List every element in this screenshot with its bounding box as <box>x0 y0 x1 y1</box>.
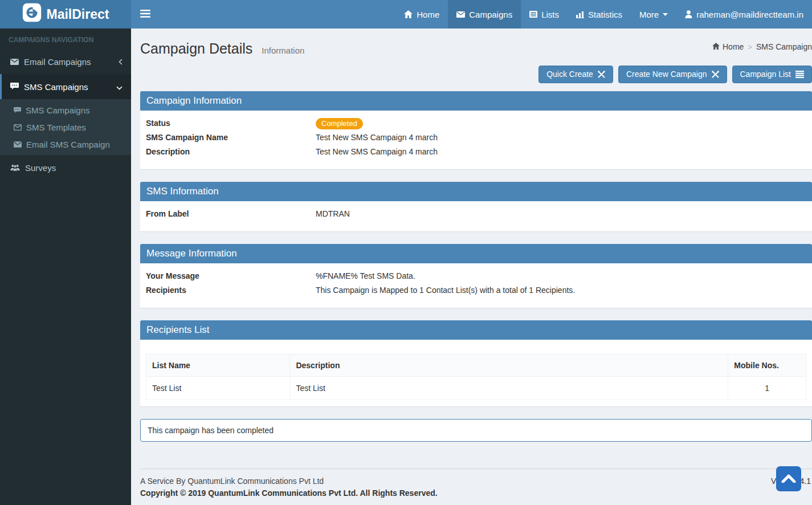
sidebar-section-header: CAMPAIGNS NAVIGATION <box>0 28 131 49</box>
nav-more[interactable]: More <box>631 0 676 28</box>
list-icon <box>529 11 537 18</box>
sidebar: CAMPAIGNS NAVIGATION Email Campaigns <box>0 28 131 505</box>
campaign-information-panel: Campaign Information Status Completed SM… <box>140 91 812 170</box>
from-label: From Label <box>146 207 316 221</box>
campaign-information-header: Campaign Information <box>140 91 812 111</box>
caret-down-icon <box>663 13 668 16</box>
collapse-button[interactable] <box>800 251 805 256</box>
recipients-value: This Campaign is Mapped to 1 Contact Lis… <box>316 283 575 298</box>
collapse-button[interactable] <box>800 328 805 332</box>
envelope-outline-icon <box>14 123 22 132</box>
your-message-value: %FNAME% Test SMS Data. <box>316 269 415 283</box>
scroll-to-top-button[interactable] <box>776 466 801 491</box>
col-header-mobile-nos: Mobile Nos. <box>728 355 806 377</box>
page-title-text: Campaign Details <box>140 40 252 56</box>
tools-icon <box>712 71 719 78</box>
panel-title: SMS Information <box>146 186 219 197</box>
chevron-down-icon <box>116 82 123 92</box>
nav-home[interactable]: Home <box>395 0 448 28</box>
campaign-name-row: SMS Campaign Name Test New SMS Campaign … <box>146 131 806 145</box>
campaign-completed-alert: This campaign has been completed <box>140 419 812 442</box>
sms-information-panel: SMS Information From Label MDTRAN <box>140 182 812 232</box>
users-icon <box>10 163 20 173</box>
maildirect-logo-icon <box>22 3 42 26</box>
list-lines-icon <box>795 71 804 78</box>
sidebar-subitem-sms-campaigns[interactable]: SMS Campaigns <box>0 101 131 119</box>
chevron-left-icon <box>119 57 123 67</box>
panel-title: Message Information <box>146 248 237 259</box>
home-icon <box>404 10 413 18</box>
nav-more-label: More <box>639 10 659 19</box>
message-information-header: Message Information <box>140 244 812 263</box>
main-content: Campaign Details Information Home > SMS … <box>131 28 812 505</box>
campaign-name-label: SMS Campaign Name <box>146 131 316 145</box>
nav-statistics-label: Statistics <box>588 10 622 19</box>
quick-create-label: Quick Create <box>546 70 593 79</box>
cell-description: Test List <box>290 377 728 400</box>
from-label-row: From Label MDTRAN <box>146 207 806 221</box>
nav-user-email: raheman@maildirectteam.in <box>696 10 803 19</box>
bar-chart-icon <box>576 11 584 18</box>
content-header: Campaign Details Information Home > SMS … <box>140 40 812 57</box>
page-title: Campaign Details Information <box>140 40 812 57</box>
brand-logo[interactable]: MailDirect <box>0 0 131 28</box>
quick-create-button[interactable]: Quick Create <box>538 66 613 83</box>
navbar-spacer <box>160 0 395 28</box>
recipients-label: Recipients <box>146 283 316 298</box>
sidebar-subitem-email-sms-campaign[interactable]: Email SMS Campaign <box>0 136 131 153</box>
status-badge: Completed <box>316 118 363 129</box>
user-icon <box>685 10 692 18</box>
your-message-row: Your Message %FNAME% Test SMS Data. <box>146 269 806 283</box>
toolbar: Quick Create Create New Campaign <box>140 66 812 83</box>
sidebar-item-email-campaigns[interactable]: Email Campaigns <box>0 49 131 74</box>
brand-name: MailDirect <box>47 7 109 22</box>
hamburger-icon <box>140 10 150 19</box>
breadcrumb: Home > SMS Campaign <box>712 42 812 51</box>
envelope-icon <box>10 57 19 67</box>
top-navbar: MailDirect Home <box>0 0 812 28</box>
campaign-name-value: Test New SMS Campaign 4 march <box>316 131 438 145</box>
collapse-button[interactable] <box>800 189 805 194</box>
status-label: Status <box>146 116 316 131</box>
sidebar-subitem-sms-templates[interactable]: SMS Templates <box>0 119 131 136</box>
collapse-button[interactable] <box>800 99 805 103</box>
breadcrumb-home-link[interactable]: Home <box>712 42 744 51</box>
sms-information-header: SMS Information <box>140 182 812 201</box>
sidebar-subitem-label: SMS Campaigns <box>26 105 90 115</box>
nav-statistics[interactable]: Statistics <box>568 0 631 28</box>
sidebar-toggle-button[interactable] <box>131 0 160 28</box>
nav-campaigns-label: Campaigns <box>469 10 512 19</box>
col-header-list-name: List Name <box>146 355 290 377</box>
chevron-up-icon <box>781 474 796 484</box>
nav-lists[interactable]: Lists <box>521 0 568 28</box>
cell-list-name: Test List <box>146 377 290 400</box>
envelope-icon <box>456 11 465 18</box>
nav-user-account[interactable]: raheman@maildirectteam.in <box>676 0 812 28</box>
breadcrumb-separator: > <box>748 43 752 51</box>
breadcrumb-current: SMS Campaign <box>756 42 812 51</box>
home-icon <box>712 42 720 51</box>
col-header-description: Description <box>290 355 728 377</box>
tools-icon <box>598 71 605 78</box>
description-label: Description <box>146 145 316 159</box>
comment-icon <box>14 105 21 115</box>
sidebar-item-sms-campaigns[interactable]: SMS Campaigns <box>0 74 131 99</box>
page-subtitle: Information <box>262 46 304 55</box>
nav-home-label: Home <box>417 10 439 19</box>
description-row: Description Test New SMS Campaign 4 marc… <box>146 145 806 159</box>
navbar-main: Home Campaigns Lists <box>131 0 812 28</box>
nav-lists-label: Lists <box>541 10 559 19</box>
create-new-campaign-button[interactable]: Create New Campaign <box>618 66 727 83</box>
breadcrumb-home-label: Home <box>723 42 744 51</box>
message-information-panel: Message Information Your Message %FNAME%… <box>140 244 812 308</box>
description-value: Test New SMS Campaign 4 march <box>316 145 438 159</box>
cell-mobile-nos: 1 <box>728 377 806 400</box>
sidebar-item-label: Surveys <box>25 163 56 173</box>
page-footer: A Service By QuantumLink Communications … <box>140 469 812 505</box>
campaign-list-button[interactable]: Campaign List <box>732 66 812 83</box>
recipients-row: Recipients This Campaign is Mapped to 1 … <box>146 283 806 298</box>
your-message-label: Your Message <box>146 269 316 283</box>
sidebar-item-surveys[interactable]: Surveys <box>0 155 131 180</box>
recipients-table: List Name Description Mobile Nos. Test L… <box>146 354 806 400</box>
nav-campaigns[interactable]: Campaigns <box>448 0 521 28</box>
